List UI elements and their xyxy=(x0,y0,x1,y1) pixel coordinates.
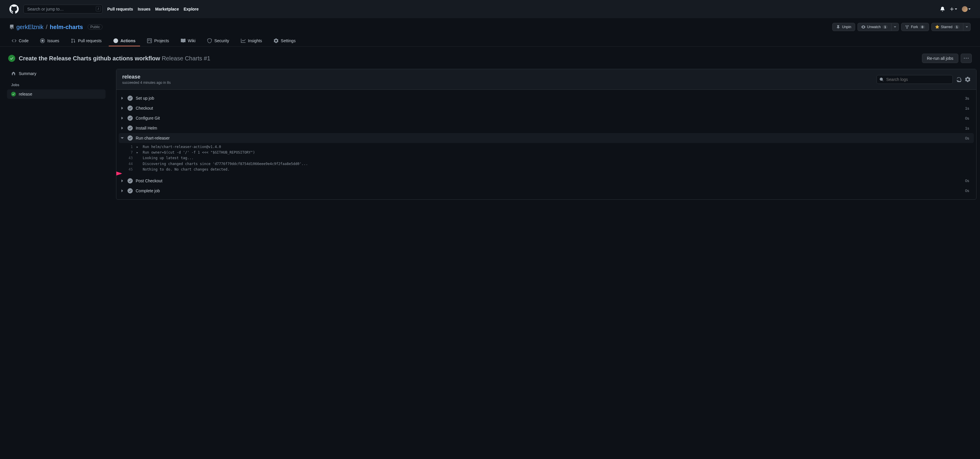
avatar-dropdown[interactable] xyxy=(962,6,970,12)
chevron-right-icon xyxy=(120,188,124,193)
star-button-group: Starred1 xyxy=(931,23,970,31)
job-content: release succeeded 4 minutes ago in 8s Se… xyxy=(116,69,977,199)
job-name: release xyxy=(122,74,170,80)
step-row-setup[interactable]: Set up job 3s xyxy=(116,93,976,103)
repo-header: gerkElznik / helm-charts Public Unpin Un… xyxy=(0,18,980,36)
log-settings-button[interactable] xyxy=(965,77,970,82)
sidebar-jobs-heading: Jobs xyxy=(7,78,105,89)
chevron-down-icon xyxy=(120,136,124,140)
workflow-title: Create the Release Charts github actions… xyxy=(19,55,210,62)
workflow-actions: Re-run all jobs xyxy=(922,54,972,63)
log-line: 7▸Run owner=$(cut -d '/' -f 1 <<< "$GITH… xyxy=(123,150,969,155)
chevron-right-icon xyxy=(120,106,124,110)
step-success-icon xyxy=(127,126,133,131)
unwatch-button[interactable]: Unwatch1 xyxy=(858,23,892,31)
fork-button[interactable]: Fork0 xyxy=(901,23,929,31)
tab-code[interactable]: Code xyxy=(7,36,33,46)
step-row-post-checkout[interactable]: Post Checkout 0s xyxy=(116,176,976,186)
step-row-complete-job[interactable]: Complete job 0s xyxy=(116,186,976,196)
nav-issues[interactable]: Issues xyxy=(138,7,151,11)
tab-security[interactable]: Security xyxy=(202,36,234,46)
sidebar-item-summary[interactable]: Summary xyxy=(7,69,105,78)
log-line: 43Looking up latest tag... xyxy=(123,155,969,161)
search-input[interactable] xyxy=(24,5,103,13)
step-row-install-helm[interactable]: Install Helm 1s xyxy=(116,123,976,133)
home-icon xyxy=(11,71,16,76)
tab-actions[interactable]: Actions xyxy=(109,36,140,46)
tab-projects[interactable]: Projects xyxy=(142,36,174,46)
sidebar-job-label: release xyxy=(19,92,32,96)
tab-wiki[interactable]: Wiki xyxy=(176,36,200,46)
step-time: 0s xyxy=(965,188,969,193)
workflow-status-success-icon xyxy=(8,55,15,62)
search-icon xyxy=(880,77,884,81)
step-name: Install Helm xyxy=(136,126,157,131)
nav-explore[interactable]: Explore xyxy=(183,7,199,11)
header-right xyxy=(940,6,970,12)
step-time: 0s xyxy=(965,136,969,140)
watch-button-group: Unwatch1 xyxy=(858,23,899,31)
github-logo-icon[interactable] xyxy=(10,5,19,14)
chevron-right-icon xyxy=(120,96,124,100)
job-success-icon xyxy=(11,92,16,96)
step-success-icon xyxy=(127,188,133,193)
job-controls xyxy=(877,75,970,84)
step-success-icon xyxy=(127,115,133,121)
repo-owner-link[interactable]: gerkElznik xyxy=(16,24,43,30)
workflow-more-button[interactable] xyxy=(961,54,972,63)
global-header: / Pull requests Issues Marketplace Explo… xyxy=(0,0,980,18)
starred-button[interactable]: Starred1 xyxy=(931,23,963,31)
tab-issues[interactable]: Issues xyxy=(35,36,64,46)
step-name: Post Checkout xyxy=(136,178,162,183)
log-line: 44Discovering changed charts since 'd777… xyxy=(123,161,969,167)
starred-dropdown[interactable] xyxy=(963,23,970,31)
step-time: 3s xyxy=(965,96,969,100)
repo-actions: Unpin Unwatch1 Fork0 Starred1 xyxy=(832,23,970,31)
log-search-input[interactable] xyxy=(877,75,953,84)
tab-pull-requests[interactable]: Pull requests xyxy=(66,36,107,46)
refresh-logs-button[interactable] xyxy=(956,77,961,82)
nav-marketplace[interactable]: Marketplace xyxy=(155,7,179,11)
step-name: Complete job xyxy=(136,188,160,193)
step-name: Run chart-releaser xyxy=(136,136,170,140)
slash-key-hint: / xyxy=(96,6,101,11)
tab-insights[interactable]: Insights xyxy=(236,36,267,46)
visibility-badge: Public xyxy=(88,24,103,30)
job-meta: succeeded 4 minutes ago in 8s xyxy=(122,81,170,85)
unwatch-dropdown[interactable] xyxy=(891,23,899,31)
log-search-wrap xyxy=(877,75,953,84)
step-row-checkout[interactable]: Checkout 1s xyxy=(116,103,976,113)
step-success-icon xyxy=(127,135,133,141)
step-success-icon xyxy=(127,105,133,111)
step-name: Configure Git xyxy=(136,116,160,121)
repo-name-link[interactable]: helm-charts xyxy=(50,24,83,30)
sidebar-summary-label: Summary xyxy=(19,71,37,76)
repo-sep: / xyxy=(46,24,48,30)
step-success-icon xyxy=(127,178,133,183)
add-dropdown[interactable] xyxy=(950,7,957,11)
step-time: 1s xyxy=(965,126,969,131)
rerun-all-jobs-button[interactable]: Re-run all jobs xyxy=(922,54,958,63)
workflow-title-main: Create the Release Charts github actions… xyxy=(19,55,160,62)
step-time: 0s xyxy=(965,178,969,183)
step-time: 0s xyxy=(965,116,969,121)
workflow-header: Create the Release Charts github actions… xyxy=(0,46,980,69)
step-name: Set up job xyxy=(136,96,154,100)
log-line: 45Nothing to do. No chart changes detect… xyxy=(123,167,969,172)
workflow-sidebar: Summary Jobs release xyxy=(3,69,109,199)
repo-tabs: Code Issues Pull requests Actions Projec… xyxy=(0,36,980,46)
avatar xyxy=(962,6,968,12)
unpin-button[interactable]: Unpin xyxy=(832,23,855,31)
nav-pull-requests[interactable]: Pull requests xyxy=(107,7,133,11)
nav-links: Pull requests Issues Marketplace Explore xyxy=(107,7,199,11)
step-row-configure-git[interactable]: Configure Git 0s xyxy=(116,113,976,123)
notifications-icon[interactable] xyxy=(940,7,945,11)
step-success-icon xyxy=(127,96,133,101)
search-container: / xyxy=(24,5,103,13)
tab-settings[interactable]: Settings xyxy=(269,36,301,46)
step-row-run-chart-releaser[interactable]: Run chart-releaser 0s xyxy=(119,133,974,143)
log-lines: 1▸Run helm/chart-releaser-action@v1.4.0 … xyxy=(116,143,976,176)
step-time: 1s xyxy=(965,106,969,110)
job-header: release succeeded 4 minutes ago in 8s xyxy=(116,69,976,90)
sidebar-item-release[interactable]: release xyxy=(7,89,105,99)
